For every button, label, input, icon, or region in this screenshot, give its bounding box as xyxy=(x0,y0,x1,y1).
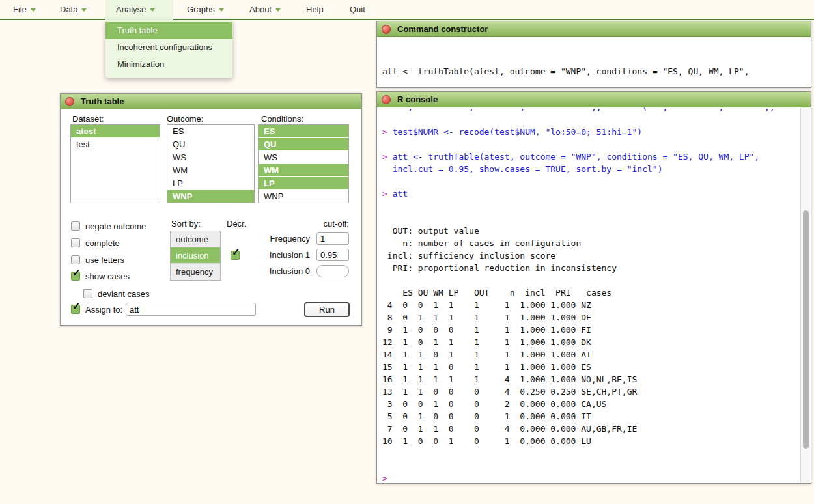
menu-data[interactable]: Data xyxy=(60,0,87,19)
menu-item-truth-table[interactable]: Truth table xyxy=(105,22,232,39)
sort-item-frequency[interactable]: frequency xyxy=(171,264,220,280)
console-line: 9 1 0 0 0 1 1 1.000 1.000 FI xyxy=(382,324,775,336)
console-output-text: ES QU WM LP OUT n incl PRI cases xyxy=(382,288,611,298)
sort-item-outcome[interactable]: outcome xyxy=(171,231,220,247)
assign-label: Assign to: xyxy=(85,305,122,315)
truth-table-title: Truth table xyxy=(81,96,124,106)
list-item-es[interactable]: ES xyxy=(259,125,348,138)
console-command-text: test$NUMR <- recode(test$NUM, "lo:50=0; … xyxy=(393,127,643,137)
console-line: 14 1 1 0 1 1 1 1.000 1.000 AT xyxy=(382,348,775,361)
menu-item-incoherent-configurations[interactable]: Incoherent configurations xyxy=(105,39,232,56)
console-line xyxy=(382,460,775,472)
console-text: " , " " , " , " " ,, ( " , " , " ,, > te… xyxy=(382,107,775,483)
list-item-qu[interactable]: QU xyxy=(259,138,348,151)
console-scrollbar[interactable] xyxy=(800,107,810,483)
list-item-es[interactable]: ES xyxy=(167,125,254,138)
outcome-list[interactable]: ESQUWSWMLPWNP xyxy=(167,124,255,203)
console-content[interactable]: " , " " , " , " " ,, ( " , " , " ,, > te… xyxy=(378,107,800,483)
menu-quit[interactable]: Quit xyxy=(350,0,365,19)
menu-about[interactable]: About xyxy=(249,0,281,19)
chevron-down-icon xyxy=(81,8,87,12)
sortby-list[interactable]: outcomeinclusionfrequency xyxy=(170,231,221,281)
list-item-wm[interactable]: WM xyxy=(259,164,348,177)
run-button[interactable]: Run xyxy=(304,302,350,317)
decr-label: Decr. xyxy=(227,219,246,229)
console-line: 4 0 0 1 1 1 1 1.000 1.000 NZ xyxy=(382,299,775,311)
menu-graphs[interactable]: Graphs xyxy=(187,0,224,19)
console-prompt: > xyxy=(382,152,393,161)
console-prompt: > xyxy=(382,189,393,199)
list-item-wm[interactable]: WM xyxy=(167,164,254,177)
close-icon[interactable] xyxy=(382,25,391,34)
sortby-label: Sort by: xyxy=(171,219,201,229)
list-item-ws[interactable]: WS xyxy=(167,151,254,164)
console-line xyxy=(382,447,775,460)
console-line: " , " " , " , " " ,, ( " , " , " ,, xyxy=(382,107,775,113)
checkbox-box[interactable]: ✓ xyxy=(231,251,240,260)
assign-checkbox[interactable]: ✓ xyxy=(71,305,80,314)
menu-help[interactable]: Help xyxy=(306,0,324,19)
list-item-lp[interactable]: LP xyxy=(167,177,254,190)
cutoff-input-inclusion-0[interactable] xyxy=(316,265,349,277)
checkbox-label: negate outcome xyxy=(85,221,146,231)
checkbox-complete[interactable]: complete xyxy=(71,238,120,248)
conditions-list[interactable]: ESQUWSWMLPWNP xyxy=(258,124,349,203)
menu-file[interactable]: File xyxy=(13,0,36,19)
close-icon[interactable] xyxy=(382,95,391,104)
console-output-text: 5 0 1 0 0 0 1 0.000 0.000 IT xyxy=(382,412,591,421)
code-line: att <- truthTable(atest, outcome = "WNP"… xyxy=(382,65,750,77)
checkbox-box[interactable] xyxy=(83,289,92,298)
list-item-test[interactable]: test xyxy=(71,138,160,151)
r-console-titlebar: R console xyxy=(377,92,811,107)
console-output-text: n: number of cases in configuration xyxy=(382,238,581,248)
truth-table-titlebar: Truth table xyxy=(61,94,361,109)
command-constructor-titlebar: Command constructor xyxy=(377,21,811,37)
console-line: > att xyxy=(382,188,775,200)
menu-analyse[interactable]: Analyse xyxy=(116,0,155,19)
chevron-down-icon xyxy=(219,8,224,12)
r-console-title: R console xyxy=(397,94,438,104)
checkbox-box[interactable] xyxy=(71,238,80,247)
checkbox-deviant-cases[interactable]: deviant cases xyxy=(83,288,150,299)
console-line: 3 0 0 1 0 0 2 0.000 0.000 CA,US xyxy=(382,398,775,410)
console-line: incl.cut = 0.95, show.cases = TRUE, sort… xyxy=(382,163,775,175)
checkbox-box[interactable]: ✓ xyxy=(71,272,80,281)
list-item-wnp[interactable]: WNP xyxy=(167,190,254,203)
list-item-wnp[interactable]: WNP xyxy=(259,190,348,203)
cutoff-input-inclusion-1[interactable] xyxy=(316,249,349,261)
console-output-text: 10 1 0 0 1 0 1 0.000 0.000 LU xyxy=(382,436,591,446)
checkbox-box[interactable] xyxy=(71,221,80,231)
checkbox-negate-outcome[interactable]: negate outcome xyxy=(71,221,146,231)
checkbox-box[interactable] xyxy=(71,255,80,264)
decr-checkbox[interactable]: ✓ xyxy=(231,250,240,260)
console-line: ES QU WM LP OUT n incl PRI cases xyxy=(382,287,775,299)
list-item-qu[interactable]: QU xyxy=(167,138,254,151)
check-icon: ✓ xyxy=(232,246,240,258)
list-item-atest[interactable]: atest xyxy=(71,125,160,138)
checkbox-label: complete xyxy=(85,238,120,248)
scrollbar-thumb[interactable] xyxy=(803,210,809,449)
sort-item-inclusion[interactable]: inclusion xyxy=(171,247,220,264)
assign-input[interactable] xyxy=(126,303,256,316)
console-line xyxy=(382,200,775,212)
console-line xyxy=(382,274,775,287)
list-item-lp[interactable]: LP xyxy=(259,177,348,190)
menu-label: About xyxy=(249,5,272,14)
cutoff-input-frequency[interactable] xyxy=(316,232,349,245)
dataset-list[interactable]: atesttest xyxy=(70,124,160,203)
checkbox-show-cases[interactable]: ✓show cases xyxy=(71,271,130,281)
analyse-menu-panel: Truth tableIncoherent configurationsMini… xyxy=(105,20,232,78)
console-line: 7 0 1 1 0 0 4 0.000 0.000 AU,GB,FR,IE xyxy=(382,423,775,435)
menu-label: Analyse xyxy=(116,5,146,14)
checkbox-use-letters[interactable]: use letters xyxy=(71,255,124,265)
console-line: incl: sufficiency inclusion score xyxy=(382,249,775,262)
console-line: 16 1 1 1 1 1 4 1.000 1.000 NO,NL,BE,IS xyxy=(382,373,775,385)
console-line: n: number of cases in configuration xyxy=(382,237,775,249)
cutoff-label-inclusion-1: Inclusion 1 xyxy=(256,250,310,260)
list-item-ws[interactable]: WS xyxy=(259,151,348,164)
menu-label: File xyxy=(13,5,27,14)
close-icon[interactable] xyxy=(65,97,74,106)
console-line: PRI: proportional reduction in inconsist… xyxy=(382,262,775,274)
chevron-down-icon xyxy=(31,8,36,12)
menu-item-minimization[interactable]: Minimization xyxy=(105,56,232,73)
